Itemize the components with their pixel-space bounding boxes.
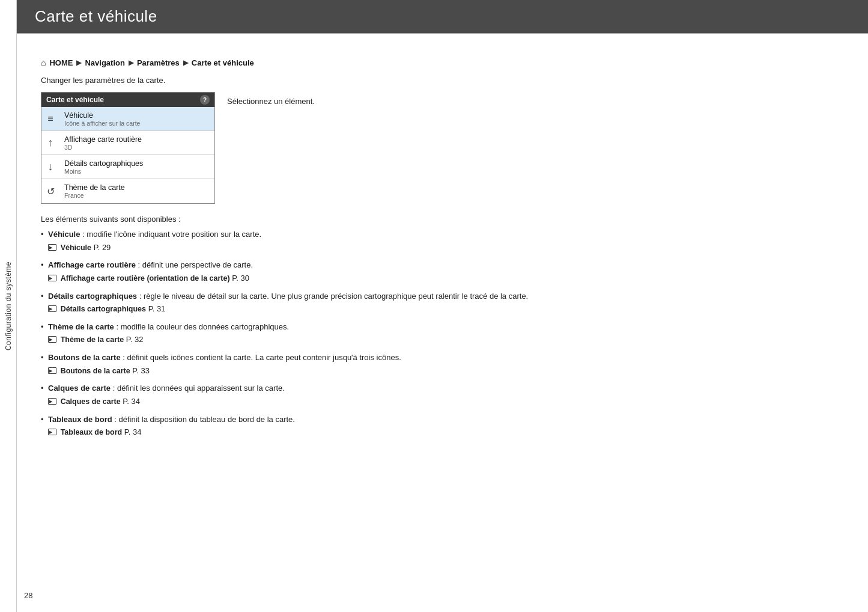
item-desc-details: : règle le niveau de détail sur la carte… <box>139 292 529 301</box>
mockup-row-vehicule[interactable]: ≡ Véhicule Icône à afficher sur la carte <box>41 107 214 131</box>
row-icon-vehicule: ≡ <box>41 107 59 130</box>
ref-boutons: Boutons de la carte P. 33 <box>48 365 844 377</box>
ref-icon-boutons <box>48 367 56 374</box>
ref-text-affichage: Affichage carte routière (orientation de… <box>61 274 230 283</box>
row-text-affichage: Affichage carte routière 3D <box>59 131 214 155</box>
side-text: Sélectionnez un élément. <box>227 92 315 106</box>
item-name-theme: Thème de la carte <box>48 322 114 331</box>
ref-tableaux: Tableaux de bord P. 34 <box>48 426 844 438</box>
breadcrumb: ⌂ HOME ▶ Navigation ▶ Paramètres ▶ Carte… <box>41 58 844 67</box>
list-item-boutons: Boutons de la carte : définit quels icôn… <box>41 352 844 376</box>
item-desc-calques: : définit les données qui apparaissent s… <box>113 384 285 393</box>
mockup-header-title: Carte et véhicule <box>46 96 104 104</box>
breadcrumb-navigation: Navigation <box>85 58 124 67</box>
page-number: 28 <box>24 591 32 600</box>
sidebar-label: Configuration du système <box>4 262 13 350</box>
ref-affichage: Affichage carte routière (orientation de… <box>48 272 844 284</box>
breadcrumb-arrow-2: ▶ <box>129 59 133 67</box>
ref-vehicule: Véhicule P. 29 <box>48 242 844 254</box>
ref-icon-tableaux <box>48 429 56 435</box>
ref-text-details: Détails cartographiques <box>61 305 146 313</box>
row-title-details: Détails cartographiques <box>64 159 210 168</box>
breadcrumb-arrow-1: ▶ <box>76 59 81 67</box>
desc-intro: Les éléments suivants sont disponibles : <box>41 215 844 224</box>
item-name-calques: Calques de carte <box>48 384 111 393</box>
item-desc-affichage: : définit une perspective de carte. <box>138 260 253 269</box>
desc-list: Véhicule : modifie l'icône indiquant vot… <box>41 228 844 438</box>
mockup-row-theme[interactable]: ↺ Thème de la carte France <box>41 179 214 203</box>
row-text-details: Détails cartographiques Moins <box>59 155 214 179</box>
ref-page-details: P. 31 <box>148 304 166 313</box>
ref-page-tableaux: P. 34 <box>124 427 142 436</box>
list-item-tableaux: Tableaux de bord : définit la dispositio… <box>41 414 844 438</box>
ref-text-theme: Thème de la carte <box>61 335 124 344</box>
item-desc-tableaux: : définit la disposition du tableau de b… <box>114 415 295 424</box>
ref-calques: Calques de carte P. 34 <box>48 396 844 408</box>
ref-page-vehicule: P. 29 <box>94 243 111 252</box>
ref-text-calques: Calques de carte <box>61 397 121 406</box>
item-name-details: Détails cartographiques <box>48 292 137 301</box>
list-item-vehicule: Véhicule : modifie l'icône indiquant vot… <box>41 228 844 253</box>
row-sub-theme: France <box>64 192 210 199</box>
help-button[interactable]: ? <box>200 95 210 105</box>
ref-theme: Thème de la carte P. 32 <box>48 334 844 346</box>
home-icon: ⌂ <box>41 58 46 67</box>
ref-page-calques: P. 34 <box>123 397 140 406</box>
sidebar: Configuration du système <box>0 0 17 612</box>
row-icon-affichage: ↑ <box>41 131 59 155</box>
ref-text-vehicule: Véhicule <box>61 243 91 252</box>
ui-mockup: Carte et véhicule ? ≡ Véhicule Icône à a… <box>41 92 215 204</box>
title-divider <box>17 33 868 34</box>
list-item-theme: Thème de la carte : modifie la couleur d… <box>41 321 844 346</box>
ref-icon-calques <box>48 398 56 405</box>
main-content: Carte et véhicule ⌂ HOME ▶ Navigation ▶ … <box>17 0 868 462</box>
row-title-theme: Thème de la carte <box>64 183 210 192</box>
item-name-boutons: Boutons de la carte <box>48 353 121 362</box>
ref-icon-theme <box>48 336 56 343</box>
breadcrumb-parametres: Paramètres <box>137 58 180 67</box>
intro-text: Changer les paramètres de la carte. <box>41 76 844 85</box>
ref-details: Détails cartographiques P. 31 <box>48 303 844 315</box>
item-desc-vehicule: : modifie l'icône indiquant votre positi… <box>82 230 261 239</box>
page-title: Carte et véhicule <box>35 7 850 26</box>
item-desc-theme: : modifie la couleur des données cartogr… <box>116 322 289 331</box>
mockup-row-affichage[interactable]: ↑ Affichage carte routière 3D <box>41 131 214 155</box>
description-section: Les éléments suivants sont disponibles :… <box>41 215 844 438</box>
list-item-calques: Calques de carte : définit les données q… <box>41 382 844 407</box>
ref-page-boutons: P. 33 <box>132 366 150 375</box>
row-text-theme: Thème de la carte France <box>59 179 214 203</box>
item-name-affichage: Affichage carte routière <box>48 260 136 269</box>
row-sub-vehicule: Icône à afficher sur la carte <box>64 120 210 127</box>
item-name-vehicule: Véhicule <box>48 230 80 239</box>
page-title-bar: Carte et véhicule <box>17 0 868 33</box>
row-text-vehicule: Véhicule Icône à afficher sur la carte <box>59 107 214 130</box>
breadcrumb-arrow-3: ▶ <box>183 59 188 67</box>
screenshot-section: Carte et véhicule ? ≡ Véhicule Icône à a… <box>41 92 844 204</box>
content-area: ⌂ HOME ▶ Navigation ▶ Paramètres ▶ Carte… <box>17 46 868 462</box>
ref-page-theme: P. 32 <box>126 335 144 344</box>
row-title-affichage: Affichage carte routière <box>64 135 210 144</box>
row-icon-details: ↓ <box>41 155 59 179</box>
ref-icon-details <box>48 305 56 312</box>
mockup-row-details[interactable]: ↓ Détails cartographiques Moins <box>41 155 214 179</box>
ref-icon-vehicule <box>48 244 56 251</box>
row-sub-details: Moins <box>64 168 210 175</box>
ref-icon-affichage <box>48 275 56 281</box>
ref-text-tableaux: Tableaux de bord <box>61 428 123 436</box>
breadcrumb-carte-vehicule: Carte et véhicule <box>192 58 254 67</box>
row-sub-affichage: 3D <box>64 144 210 151</box>
list-item-details: Détails cartographiques : règle le nivea… <box>41 290 844 315</box>
ref-page-affichage: P. 30 <box>232 274 249 283</box>
ref-text-boutons: Boutons de la carte <box>61 367 130 375</box>
mockup-header: Carte et véhicule ? <box>41 93 214 107</box>
breadcrumb-home: HOME <box>49 58 73 67</box>
row-icon-theme: ↺ <box>41 179 59 203</box>
row-title-vehicule: Véhicule <box>64 111 210 120</box>
item-name-tableaux: Tableaux de bord <box>48 415 112 424</box>
item-desc-boutons: : définit quels icônes contient la carte… <box>123 353 401 362</box>
list-item-affichage: Affichage carte routière : définit une p… <box>41 259 844 284</box>
